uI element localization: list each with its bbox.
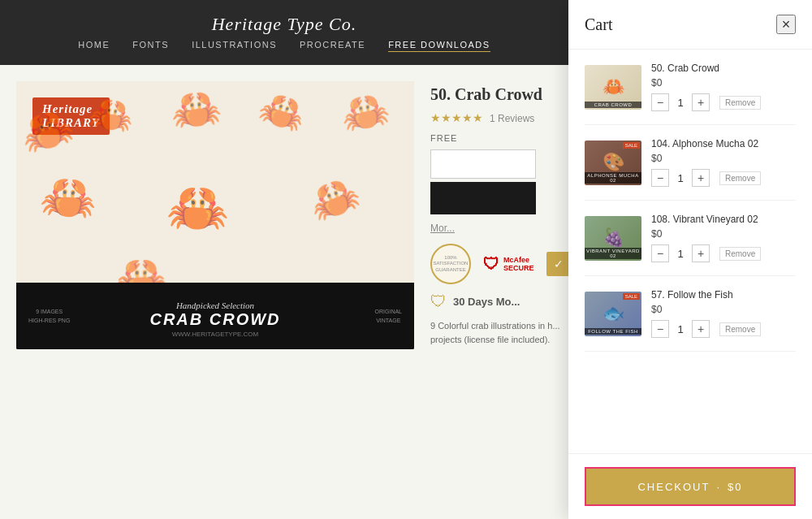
cart-item-name: 104. Alphonse Mucha 02 [651,138,796,149]
cart-item-price: $0 [651,304,796,315]
crab-deco-7: 🦀 [166,179,229,237]
thumb-art-icon: 🎨 [603,152,624,173]
trust-badges: 100% SATISFACTION GUARANTEE 🛡 McAfee SEC… [430,244,568,284]
rating-row: ★★★★★ 1 Reviews [430,110,568,125]
cart-item-name: 50. Crab Crowd [651,63,796,74]
cart-header: Cart × [568,0,812,50]
nav-home[interactable]: HOME [78,40,110,52]
more-link[interactable]: Mor... [430,223,568,234]
image-info-right: ORIGINAL VINTAGE [375,307,402,325]
qty-value: 1 [674,172,687,184]
cart-panel: Cart × 🦀 CRAB CROWD 50. Crab Crowd $0 − … [568,0,812,519]
sale-badge: SALE [623,142,640,149]
cart-item-details: 108. Vibrant Vineyard 02 $0 − 1 + Remove [651,214,796,262]
cart-item-price: $0 [651,153,796,164]
thumb-label: VIBRANT VINEYARD 02 [585,248,641,259]
cart-item-controls: − 1 + Remove [651,93,796,111]
page-background: Heritage Type Co. HOME FONTS ILLUSTRATIO… [0,0,568,519]
image-bottom-bar: 9 IMAGES HIGH-RES PNG Handpicked Selecti… [16,283,414,349]
satisfaction-badge: 100% SATISFACTION GUARANTEE [430,244,471,284]
thumb-fish-icon: 🐟 [603,303,624,324]
crab-deco-5: 🦀 [338,85,394,139]
qty-decrease-button[interactable]: − [651,320,669,338]
header: Heritage Type Co. HOME FONTS ILLUSTRATIO… [0,0,568,65]
remove-button[interactable]: Remove [719,247,761,261]
cart-item-controls: − 1 + Remove [651,169,796,187]
qty-value: 1 [674,248,687,260]
cart-item-details: 104. Alphonse Mucha 02 $0 − 1 + Remove [651,138,796,187]
crab-deco-6: 🦀 [38,168,99,227]
thumb-grape-icon: 🍇 [603,227,624,249]
cart-item: 🐟 FOLLOW THE FISH SALE 57. Follow the Fi… [585,276,796,352]
cart-item-controls: − 1 + Remove [651,244,796,262]
email-input[interactable] [430,149,536,179]
qty-increase-button[interactable]: + [692,244,710,262]
qty-value: 1 [674,323,687,335]
checkout-button[interactable]: CHECKOUT · $0 [585,467,796,506]
qty-decrease-button[interactable]: − [651,169,669,187]
product-price: FREE [430,133,568,143]
thumb-label: FOLLOW THE FISH [585,328,641,335]
nav-procreate[interactable]: PROCREATE [300,40,365,52]
navigation: HOME FONTS ILLUSTRATIONS PROCREATE FREE … [78,40,490,52]
thumb-label: ALPHONSE MUCHA 02 [585,172,641,184]
cart-item: 🍇 VIBRANT VINEYARD 02 108. Vibrant Viney… [585,201,796,276]
product-title: 50. Crab Crowd [430,85,568,104]
cart-item-thumbnail: 🐟 FOLLOW THE FISH SALE [585,292,641,336]
cart-item-thumbnail: 🍇 VIBRANT VINEYARD 02 [585,216,641,261]
thumb-label: CRAB CROWD [585,102,641,108]
nav-fonts[interactable]: FONTS [132,40,169,52]
cart-item-thumbnail: 🦀 CRAB CROWD [585,65,641,110]
qty-decrease-button[interactable]: − [651,244,669,262]
cart-items-list: 🦀 CRAB CROWD 50. Crab Crowd $0 − 1 + Rem… [568,50,812,453]
thumb-crab-icon: 🦀 [603,76,624,97]
cart-item-controls: − 1 + Remove [651,320,796,338]
qty-decrease-button[interactable]: − [651,93,669,111]
cart-item-details: 57. Follow the Fish $0 − 1 + Remove [651,289,796,338]
qty-increase-button[interactable]: + [692,169,710,187]
cart-item: 🦀 CRAB CROWD 50. Crab Crowd $0 − 1 + Rem… [585,50,796,125]
nav-illustrations[interactable]: ILLUSTRATIONS [192,40,277,52]
product-image: Heritage LIBRARY 🦀 🦀 🦀 🦀 🦀 🦀 🦀 🦀 🦀 9 IMA… [16,81,414,349]
reviews-count: 1 Reviews [490,113,534,124]
crab-deco-4: 🦀 [253,83,312,140]
qty-value: 1 [674,97,687,109]
sale-badge: SALE [623,293,640,300]
product-area: Heritage LIBRARY 🦀 🦀 🦀 🦀 🦀 🦀 🦀 🦀 🦀 9 IMA… [0,65,568,365]
cart-close-button[interactable]: × [776,15,796,34]
crab-deco-2: 🦀 [86,90,137,140]
star-rating: ★★★★★ [430,112,483,124]
mcafee-icon: 🛡 [483,255,499,274]
add-to-cart-button[interactable] [430,182,536,214]
product-image-inner: Heritage LIBRARY 🦀 🦀 🦀 🦀 🦀 🦀 🦀 🦀 🦀 9 IMA… [16,81,414,349]
nav-free-downloads[interactable]: FREE DOWNLOADS [388,40,490,52]
cart-item-details: 50. Crab Crowd $0 − 1 + Remove [651,63,796,111]
cart-item-name: 108. Vibrant Vineyard 02 [651,214,796,225]
guarantee-row: 🛡 30 Days Mo... [430,292,568,311]
image-info-left: 9 IMAGES HIGH-RES PNG [28,307,70,325]
mcafee-badge: 🛡 McAfee SECURE [483,255,534,274]
checkout-price: $0 [728,481,742,493]
remove-button[interactable]: Remove [719,322,761,336]
cart-footer: CHECKOUT · $0 [568,453,812,519]
qty-increase-button[interactable]: + [692,93,710,111]
checkout-label: CHECKOUT [637,481,710,493]
image-center-text: Handpicked Selection CRAB CROWD WWW.HERI… [149,301,280,338]
remove-button[interactable]: Remove [719,96,761,110]
cart-item-price: $0 [651,228,796,240]
crab-deco-3: 🦀 [169,83,223,134]
cart-item-name: 57. Follow the Fish [651,289,796,301]
checkout-separator: · [716,481,721,493]
logo: Heritage Type Co. [212,14,357,35]
qty-increase-button[interactable]: + [692,320,710,338]
cart-title: Cart [585,15,612,34]
product-description: 9 Colorful crab illustrations in h... pr… [430,319,568,346]
guarantee-text: 30 Days Mo... [453,296,520,308]
product-info: 50. Crab Crowd ★★★★★ 1 Reviews FREE Mor.… [430,81,568,349]
shield-icon: 🛡 [430,292,447,311]
crab-deco-8: 🦀 [302,167,365,229]
remove-button[interactable]: Remove [719,171,761,185]
green-badge: ✓ [546,252,568,276]
cart-item-price: $0 [651,77,796,89]
cart-item-thumbnail: 🎨 ALPHONSE MUCHA 02 SALE [585,141,641,185]
